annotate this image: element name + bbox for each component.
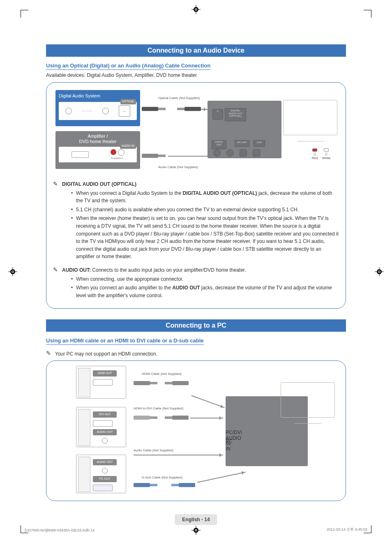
hdmi-connector-icon [164, 414, 189, 421]
pc-connection-diagram: HDMI OUT HDMI Cable (Not Supplied) DVI O… [53, 366, 339, 493]
tv-back-panel: ▭ DIGITAL AUDIO OUT (OPTICAL) AUDIO OUT … [208, 101, 281, 158]
tv-optical-port-label: DIGITAL AUDIO OUT (OPTICAL) [225, 108, 246, 121]
tv-audio-port-icon [226, 418, 231, 424]
note-icon: ✎ [46, 350, 53, 357]
digital-audio-system-box: Digital Audio System ○○○○○ ▭ OPTICAL [55, 90, 140, 126]
vga-connector-icon [134, 482, 158, 488]
tv-rca-out-icon [226, 149, 234, 157]
tv-stand-icon [297, 135, 324, 141]
note-bullet-list: When you connect a Digital Audio System … [71, 189, 339, 261]
note-icon: ✎ [53, 266, 60, 273]
subheading-pc-cable: Using an HDMI cable or an HDMI to DVI ca… [46, 337, 204, 345]
tv-port-icon [240, 149, 247, 157]
footer-timestamp: 2011-03-14 오후 6:45:02 [327, 527, 367, 532]
hdmi-jack-icon [93, 379, 113, 386]
tv-exlink-label: EX-LINK [235, 140, 249, 147]
arrow-icon [197, 472, 246, 483]
note-title: AUDIO OUT: [62, 267, 91, 273]
list-item: When connecting, use the appropriate con… [71, 275, 339, 283]
tv-audio-out-label: AUDIO OUT [212, 140, 226, 149]
pc-dsub-box: AUDIO OUT PC OUT [76, 455, 126, 493]
plug-white-label: White [322, 156, 330, 161]
note-pc-hdmi: ✎ Your PC may not support an HDMI connec… [46, 350, 346, 357]
pc-connection-panel: HDMI OUT HDMI Cable (Not Supplied) DVI O… [46, 360, 346, 501]
crop-mark-icon [364, 10, 371, 18]
port-row-icon: ○○○○○ [82, 109, 92, 113]
manual-page: Connecting to an Audio Device Using an O… [0, 0, 392, 543]
digital-audio-system-label: Digital Audio System [59, 92, 137, 99]
note-bullet-list: When connecting, use the appropriate con… [71, 275, 339, 300]
audio-cable-label-2: Audio Cable (Not Supplied) [134, 448, 173, 453]
list-item: When you connect an audio amplifier to t… [71, 284, 339, 299]
available-devices-text: Available devices: Digital Audio System,… [46, 72, 346, 78]
audio-out-label: AUDIO OUT [93, 429, 117, 435]
tv-port-row-icon [226, 409, 253, 418]
amplifier-box: Amplifier / DVD home theater R-AUDIO-L A… [55, 131, 140, 169]
registration-mark-icon [191, 526, 201, 535]
audio-out-label-2: AUDIO OUT [93, 459, 117, 465]
list-item: 5.1 CH (channel) audio is available when… [71, 206, 339, 214]
rca-red-icon [111, 149, 116, 155]
tv-audio-port-icon [226, 424, 231, 430]
arrow-icon [191, 395, 224, 408]
optical-label: OPTICAL [120, 99, 136, 104]
optical-cable-label: Optical Cable (Not Supplied) [158, 96, 200, 101]
hdmi-port-icon [226, 396, 231, 409]
note-icon: ✎ [53, 180, 60, 187]
hdmi-out-label: HDMI OUT [93, 370, 117, 377]
pc-dvi-box: DVI OUT AUDIO OUT [76, 407, 126, 447]
vga-jack-icon [93, 485, 113, 491]
arrow-icon [201, 109, 208, 110]
port-icon [71, 151, 89, 158]
tv-optical-port-icon: ▭ [212, 109, 223, 120]
dvi-jack-icon [93, 420, 113, 427]
audio-connection-panel: Digital Audio System ○○○○○ ▭ OPTICAL Amp… [46, 82, 346, 309]
audio-connection-diagram: Digital Audio System ○○○○○ ▭ OPTICAL Amp… [53, 88, 339, 175]
tv-pcdvi-audio-label: PC/DVI AUDIO IN [226, 430, 241, 437]
list-item: When you connect a Digital Audio System … [71, 189, 339, 205]
pc-tower-icon [78, 368, 90, 397]
hdmi-connector-icon [134, 380, 158, 386]
audio-jack-icon [102, 438, 108, 444]
pc-tower-icon [78, 457, 90, 492]
subheading-audio-cable: Using an Optical (Digital) or an Audio (… [46, 62, 210, 70]
tv-front-icon-2 [281, 382, 335, 418]
tv-front-icon [283, 100, 337, 135]
port-icon [65, 108, 72, 114]
optical-connector-icon [176, 106, 201, 112]
tv-rca-out-icon [213, 149, 221, 157]
port-icon [102, 108, 109, 114]
page-content: Connecting to an Audio Device Using an O… [46, 44, 346, 512]
note-title: DIGITAL AUDIO OUT (OPTICAL) [62, 181, 136, 187]
das-ports: ○○○○○ ▭ [59, 102, 137, 120]
arrow-icon [134, 455, 223, 455]
dvi-out-label: DVI OUT [93, 411, 117, 418]
audio-in-label: AUDIO IN [120, 143, 136, 149]
dsub-cable-label: D-Sub Cable (Not Supplied) [142, 475, 182, 480]
optical-port-icon: ▭ [119, 105, 130, 117]
registration-mark-icon [8, 267, 17, 276]
amp-ports: R-AUDIO-L [59, 147, 137, 162]
list-item: When the receiver (home theater) is set … [71, 215, 339, 261]
crop-mark-icon [21, 10, 28, 18]
rca-plug-red-icon: Red [312, 148, 318, 161]
dvi-connector-icon [134, 414, 158, 421]
hdmi-connector-icon [164, 380, 189, 386]
rca-plug-legend: Red White [312, 148, 329, 161]
audio-in-sub-label: R-AUDIO-L [111, 157, 124, 160]
arrow-icon [190, 418, 223, 418]
rca-plug-white-icon: White [323, 148, 329, 161]
vga-connector-icon [171, 482, 195, 488]
pc-tower-icon [78, 409, 90, 446]
note-digital-audio-out: ✎ DIGITAL AUDIO OUT (OPTICAL) When you c… [53, 180, 339, 264]
section-header-pc: Connecting to a PC [46, 319, 346, 332]
audio-jack-icon [102, 468, 108, 474]
pc-out-label: PC OUT [93, 476, 117, 482]
tv-stand-icon-2 [295, 418, 322, 424]
note-audio-out: ✎ AUDIO OUT: Connects to the audio input… [53, 266, 339, 303]
rca-white-icon [118, 149, 125, 156]
footer-doc-id: [UD7000-NA]BN68-03435A-03L03.indb 14 [25, 528, 95, 532]
note-lead: Connects to the audio input jacks on you… [91, 267, 246, 273]
registration-mark-icon [375, 267, 384, 276]
rca-connector-icon [142, 153, 166, 159]
